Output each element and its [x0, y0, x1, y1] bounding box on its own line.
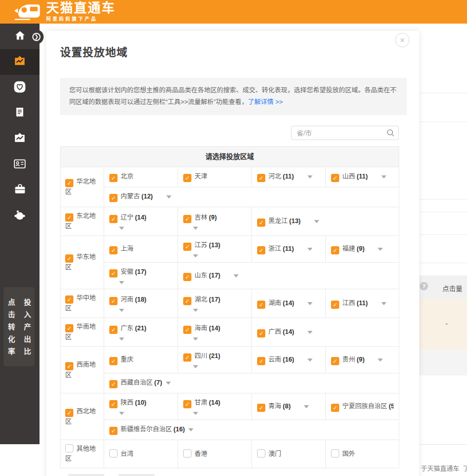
checkbox-checked[interactable]: ✓ [183, 273, 191, 281]
dropdown-arrow-icon[interactable] [378, 248, 383, 251]
checkbox-checked[interactable]: ✓ [257, 174, 265, 182]
checkbox-checked[interactable]: ✓ [109, 380, 118, 388]
dropdown-arrow-icon[interactable] [307, 359, 313, 362]
checkbox-checked[interactable]: ✓ [183, 243, 191, 251]
province-count: (18) [135, 296, 146, 303]
brand-logo[interactable]: 天猫直通车 阿里妈妈旗下产品 [14, 1, 115, 23]
dropdown-arrow-icon[interactable] [119, 281, 124, 284]
checkbox-checked[interactable]: ✓ [331, 404, 339, 412]
checkbox-checked[interactable]: ✓ [65, 362, 73, 370]
province-label: 海南 [194, 325, 207, 332]
checkbox-checked[interactable]: ✓ [183, 215, 191, 223]
checkbox-checked[interactable]: ✓ [109, 357, 118, 365]
checkbox-checked[interactable]: ✓ [65, 295, 73, 304]
close-icon[interactable]: ✕ [395, 33, 410, 47]
dropdown-arrow-icon[interactable] [193, 412, 198, 415]
province-count: (17) [209, 272, 220, 279]
checkbox-unchecked[interactable] [109, 449, 118, 458]
checkbox-unchecked[interactable] [183, 449, 191, 458]
checkbox-checked[interactable]: ✓ [183, 297, 191, 305]
dropdown-arrow-icon[interactable] [381, 175, 386, 179]
checkbox-checked[interactable]: ✓ [183, 326, 191, 334]
dropdown-arrow-icon[interactable] [193, 254, 198, 257]
learn-more-link[interactable]: 了解详情 >> [248, 98, 283, 106]
footer-link-fragment[interactable]: 于天猫直通车 [421, 463, 459, 473]
checkbox-checked[interactable]: ✓ [65, 179, 73, 187]
checkbox-checked[interactable]: ✓ [183, 400, 191, 408]
checkbox-checked[interactable]: ✓ [183, 174, 191, 182]
checkbox-checked[interactable]: ✓ [257, 357, 265, 365]
checkbox-checked[interactable]: ✓ [65, 213, 73, 222]
checkbox-checked[interactable]: ✓ [257, 329, 265, 338]
checkbox-checked[interactable]: ✓ [109, 194, 118, 202]
province-cell: ✓河北(11) [252, 167, 326, 187]
cancel-all-button[interactable]: 全部取消 [119, 474, 154, 476]
checkbox-checked[interactable]: ✓ [109, 215, 118, 223]
checkbox-checked[interactable]: ✓ [65, 254, 73, 263]
sidebar-item-favorites[interactable] [0, 75, 40, 101]
checkbox-checked[interactable]: ✓ [109, 400, 118, 408]
checkbox-checked[interactable]: ✓ [331, 246, 339, 254]
checkbox-checked[interactable]: ✓ [331, 357, 339, 365]
province-label: 辽宁 [121, 214, 133, 221]
province-count: (7) [154, 379, 162, 386]
province-cell: ✓福建(9) [326, 236, 399, 263]
checkbox-unchecked[interactable] [257, 449, 265, 458]
dropdown-arrow-icon[interactable] [193, 309, 198, 312]
checkbox-checked[interactable]: ✓ [257, 404, 265, 412]
province-search-input[interactable] [291, 126, 399, 140]
brand-subtitle: 阿里妈妈旗下产品 [46, 15, 115, 22]
dropdown-arrow-icon[interactable] [188, 428, 193, 431]
province-count: (14) [283, 300, 294, 307]
dropdown-arrow-icon[interactable] [233, 274, 239, 277]
sidebar-item-shop[interactable] [0, 126, 40, 152]
dropdown-arrow-icon[interactable] [304, 405, 309, 408]
checkbox-checked[interactable]: ✓ [65, 409, 73, 417]
help-icon[interactable]: ? [420, 282, 428, 290]
dropdown-arrow-icon[interactable] [307, 248, 313, 251]
sidebar-item-bills[interactable] [0, 101, 40, 126]
sidebar-item-campaign[interactable] [0, 49, 40, 75]
dropdown-arrow-icon[interactable] [307, 302, 313, 305]
checkbox-checked[interactable]: ✓ [109, 297, 118, 305]
dropdown-arrow-icon[interactable] [307, 175, 313, 179]
dropdown-arrow-icon[interactable] [119, 412, 124, 415]
dropdown-arrow-icon[interactable] [193, 365, 198, 368]
sidebar-expand-button[interactable]: ❯ [29, 30, 44, 44]
dropdown-arrow-icon[interactable] [166, 382, 171, 385]
dropdown-arrow-icon[interactable] [119, 227, 124, 230]
province-label: 北京 [121, 173, 133, 180]
checkbox-checked[interactable]: ✓ [331, 174, 339, 182]
checkbox-checked[interactable]: ✓ [331, 301, 339, 309]
province-label: 贵州 [342, 356, 355, 363]
dropdown-arrow-icon[interactable] [166, 195, 171, 199]
search-icon[interactable] [386, 129, 395, 139]
checkbox-checked[interactable]: ✓ [65, 324, 73, 332]
dropdown-arrow-icon[interactable] [119, 309, 124, 312]
sidebar-item-service[interactable] [0, 203, 40, 229]
region-group-cell: ✓西北地区 [61, 393, 104, 440]
checkbox-checked[interactable]: ✓ [109, 246, 118, 254]
checkbox-checked[interactable]: ✓ [109, 269, 118, 277]
dropdown-arrow-icon[interactable] [307, 331, 313, 334]
checkbox-checked[interactable]: ✓ [109, 174, 118, 182]
checkbox-checked[interactable]: ✓ [257, 301, 265, 309]
checkbox-checked[interactable]: ✓ [257, 246, 265, 254]
sidebar [0, 24, 40, 444]
sidebar-item-account[interactable] [0, 152, 40, 177]
checkbox-checked[interactable]: ✓ [109, 427, 118, 435]
checkbox-checked[interactable]: ✓ [257, 219, 265, 227]
checkbox-unchecked[interactable] [65, 444, 73, 452]
dropdown-arrow-icon[interactable] [193, 227, 198, 230]
footer-link-fragment[interactable]: 了 [463, 463, 467, 473]
select-all-button[interactable]: 全部选中 [68, 474, 104, 476]
dropdown-arrow-icon[interactable] [193, 338, 198, 341]
checkbox-checked[interactable]: ✓ [109, 326, 118, 334]
checkbox-checked[interactable]: ✓ [183, 353, 191, 362]
dropdown-arrow-icon[interactable] [119, 338, 124, 341]
dropdown-arrow-icon[interactable] [378, 359, 383, 362]
dropdown-arrow-icon[interactable] [314, 220, 319, 223]
checkbox-unchecked[interactable] [331, 449, 339, 458]
sidebar-item-tools[interactable] [0, 177, 40, 203]
dropdown-arrow-icon[interactable] [381, 302, 386, 305]
